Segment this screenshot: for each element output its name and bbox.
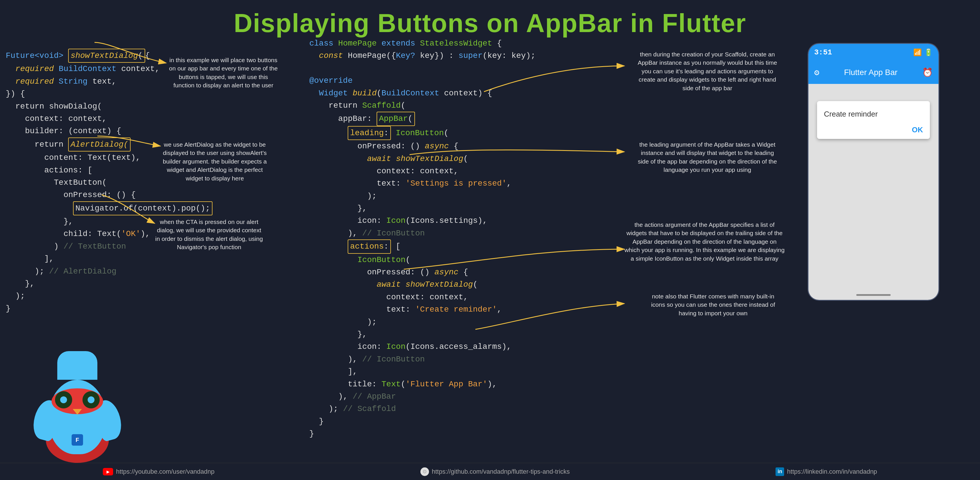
- footer-linkedin: in https://linkedin.com/in/vandadnp: [776, 467, 877, 476]
- cc-line-23: );: [309, 316, 610, 328]
- phone-time: 3:51: [814, 48, 832, 57]
- annotation-5: the leading argument of the AppBar takes…: [636, 140, 779, 174]
- cc-line-18: IconButton(: [309, 254, 610, 266]
- phone-dialog-ok-button[interactable]: OK: [824, 126, 923, 134]
- cc-line-32: }: [309, 428, 610, 440]
- youtube-icon: [103, 468, 113, 475]
- github-url: https://github.com/vandadnp/flutter-tips…: [432, 468, 570, 475]
- linkedin-icon: in: [776, 467, 784, 476]
- center-code-block: class HomePage extends StatelessWidget {…: [309, 37, 610, 440]
- footer: https://youtube.com/user/vandadnp ⚙ http…: [0, 463, 980, 480]
- code-line-4: }) {: [6, 87, 218, 100]
- github-icon: ⚙: [420, 467, 429, 476]
- phone-status-bar: 3:51 📶 🔋: [808, 44, 939, 61]
- cc-line-4: @override: [309, 75, 610, 87]
- cc-line-22: text: 'Create reminder',: [309, 303, 610, 316]
- cc-line-12: text: 'Settings is pressed',: [309, 177, 610, 189]
- phone-body: Create reminder OK: [808, 84, 939, 300]
- cc-line-31: }: [309, 415, 610, 428]
- code-line-19: },: [6, 278, 218, 290]
- footer-github: ⚙ https://github.com/vandadnp/flutter-ti…: [420, 467, 570, 476]
- cc-line-28: title: Text('Flutter App Bar'),: [309, 378, 610, 390]
- linkedin-url: https://linkedin.com/in/vandadnp: [787, 468, 877, 475]
- cc-line-17: actions: [: [309, 239, 610, 253]
- annotation-6: the actions argument of the AppBar speci…: [624, 221, 785, 262]
- battery-icon: 🔋: [924, 48, 933, 57]
- cc-line-13: );: [309, 190, 610, 202]
- cc-line-20: await showTextDialog(: [309, 278, 610, 291]
- code-line-21: }: [6, 302, 218, 315]
- phone-dialog-text: Create reminder: [824, 110, 923, 119]
- code-line-7: builder: (context) {: [6, 125, 218, 137]
- code-line-13: Navigator.of(context).pop();: [6, 201, 218, 215]
- cc-line-15: icon: Icon(Icons.settings),: [309, 215, 610, 227]
- cc-line-30: ); // Scaffold: [309, 403, 610, 415]
- cc-line-11: context: context,: [309, 165, 610, 177]
- code-line-5: return showDialog(: [6, 100, 218, 113]
- alarm-icon: ⏰: [922, 67, 933, 78]
- cc-line-29: ), // AppBar: [309, 390, 610, 403]
- wifi-icon: 📶: [913, 48, 922, 57]
- cc-line-21: context: context,: [309, 291, 610, 303]
- annotation-3: when the CTA is pressed on our alert dia…: [154, 218, 264, 251]
- cc-line-6: return Scaffold(: [309, 99, 610, 112]
- code-line-18: ); // AlertDialog: [6, 265, 218, 278]
- mascot: F: [32, 354, 123, 463]
- code-line-20: );: [6, 290, 218, 302]
- settings-icon: ⚙: [814, 67, 819, 78]
- phone-dialog: Create reminder OK: [817, 101, 930, 139]
- cc-line-14: },: [309, 202, 610, 215]
- annotation-1: in this example we will place two button…: [169, 56, 278, 90]
- footer-youtube: https://youtube.com/user/vandadnp: [103, 468, 215, 475]
- center-code-panel: class HomePage extends StatelessWidget {…: [309, 37, 610, 440]
- cc-line-25: icon: Icon(Icons.access_alarms),: [309, 340, 610, 353]
- cc-line-24: },: [309, 328, 610, 340]
- phone-mockup-container: 3:51 📶 🔋 ⚙ Flutter App Bar ⏰ Create remi…: [802, 37, 945, 307]
- code-line-6: context: context,: [6, 113, 218, 125]
- cc-line-9: onPressed: () async {: [309, 140, 610, 153]
- annotation-7: note also that Flutter comes with many b…: [647, 292, 779, 317]
- page-wrapper: Displaying Buttons on AppBar in Flutter …: [0, 0, 980, 480]
- annotation-4: then during the creation of your Scaffol…: [636, 50, 779, 92]
- cc-line-19: onPressed: () async {: [309, 266, 610, 278]
- code-line-17: ],: [6, 253, 218, 265]
- cc-line-10: await showTextDialog(: [309, 153, 610, 165]
- cc-line-3: [309, 62, 610, 75]
- annotation-2: we use AlertDialog as the widget to be d…: [161, 140, 269, 183]
- phone-home-bar: [856, 294, 891, 296]
- phone-app-bar: ⚙ Flutter App Bar ⏰: [808, 61, 939, 84]
- cc-line-7: appBar: AppBar(: [309, 112, 610, 126]
- code-line-12: onPressed: () {: [6, 189, 218, 201]
- cc-line-26: ), // IconButton: [309, 353, 610, 366]
- cc-line-5: Widget build(BuildContext context) {: [309, 87, 610, 99]
- cc-line-27: ],: [309, 366, 610, 378]
- youtube-url: https://youtube.com/user/vandadnp: [116, 468, 215, 475]
- cc-line-8: leading: IconButton(: [309, 126, 610, 140]
- phone-app-bar-title: Flutter App Bar: [844, 68, 897, 77]
- cc-line-2: const HomePage({Key? key}) : super(key: …: [309, 49, 610, 62]
- phone-mockup: 3:51 📶 🔋 ⚙ Flutter App Bar ⏰ Create remi…: [808, 43, 939, 301]
- cc-line-16: ), // IconButton: [309, 227, 610, 239]
- cc-line-1: class HomePage extends StatelessWidget {: [309, 37, 610, 49]
